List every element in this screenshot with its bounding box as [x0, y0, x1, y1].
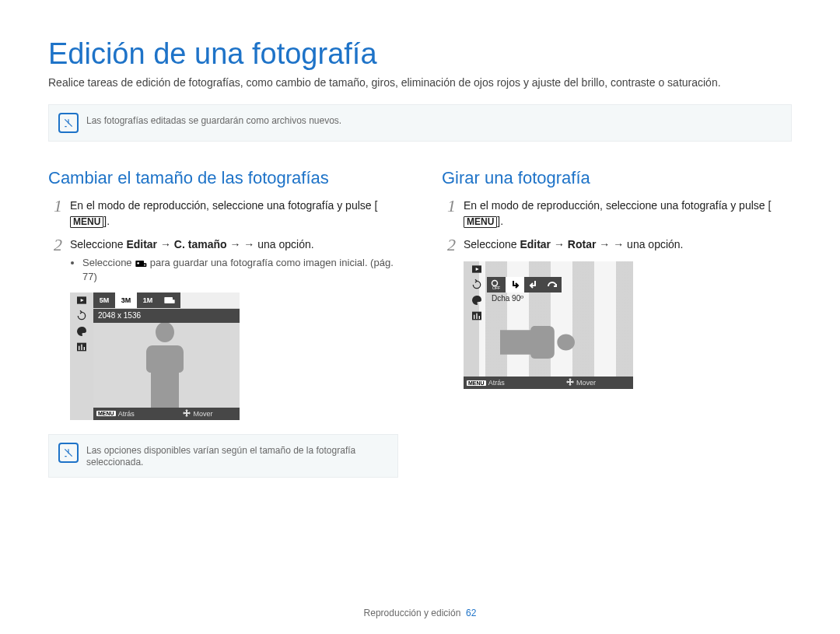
s2-ar2: →: [227, 238, 244, 250]
note-icon: [58, 113, 79, 133]
step-number: 2: [48, 236, 62, 254]
resize-step-2: 2 Seleccione Editar → C. tamaño → → una …: [48, 236, 398, 284]
startup-image-icon: [135, 256, 147, 270]
rs2-ar2: →: [596, 238, 613, 250]
s2-ar1: →: [157, 238, 174, 250]
tab-1m: 1M: [137, 292, 159, 308]
footer-menu-chip: MENU: [96, 411, 116, 416]
rotate-step-1: 1 En el modo de reproducción, seleccione…: [442, 198, 792, 229]
col-resize: Cambiar el tamaño de las fotografías 1 E…: [48, 168, 398, 478]
heading-rotate: Girar una fotografía: [442, 168, 792, 188]
svg-rect-10: [170, 299, 174, 303]
side-adjust-icon: [467, 308, 487, 324]
page-title: Edición de una fotografía: [48, 37, 792, 71]
s2-pre: Seleccione: [70, 238, 126, 250]
svg-rect-7: [81, 344, 82, 349]
note-bottom-text: Las opciones disponibles varían según el…: [86, 443, 374, 469]
s2-b2: C. tamaño: [174, 238, 227, 250]
side-play-icon: [70, 292, 93, 308]
step-number: 1: [442, 198, 456, 215]
svg-rect-6: [79, 345, 79, 349]
side-rotate-icon: [467, 277, 487, 292]
rs2-ar1: →: [551, 238, 568, 250]
resize-screen-footer: MENUAtrás Mover: [93, 408, 240, 420]
rotate-tabs: OFF: [487, 277, 562, 292]
tab-180-icon: [543, 277, 562, 292]
heading-resize: Cambiar el tamaño de las fotografías: [48, 168, 398, 188]
s2-post: → una opción.: [243, 238, 313, 250]
tab-left90-icon: [524, 277, 543, 292]
footer-back: Atrás: [488, 379, 505, 387]
side-play-icon: [467, 261, 487, 277]
step1-text-a: En el modo de reproducción, seleccione u…: [70, 199, 377, 212]
rs2-b1: Editar: [520, 238, 551, 250]
svg-rect-14: [476, 313, 477, 319]
footer-back: Atrás: [118, 410, 135, 418]
resize-step-1: 1 En el modo de reproducción, seleccione…: [48, 198, 398, 229]
tab-right90-icon: [506, 277, 524, 292]
side-palette-icon: [70, 324, 93, 339]
step-number: 2: [442, 236, 456, 254]
resize-tabs: 5M 3M 1M: [93, 292, 240, 308]
footer-move: Mover: [193, 410, 212, 418]
nav-cross-icon: [566, 378, 574, 387]
col-rotate: Girar una fotografía 1 En el modo de rep…: [442, 168, 792, 478]
side-palette-icon: [467, 292, 487, 308]
svg-rect-13: [474, 315, 474, 319]
tab-3m: 3M: [115, 292, 137, 308]
rs2-post: → una opción.: [613, 238, 683, 250]
footer-menu-chip: MENU: [467, 380, 486, 386]
s2-b1: Editar: [126, 238, 157, 250]
svg-rect-15: [479, 316, 480, 319]
note-top-text: Las fotografías editadas se guardarán co…: [86, 113, 341, 128]
rs2-b2: Rotar: [568, 238, 597, 250]
person-silhouette-rotated-icon: [500, 315, 575, 370]
resize-screen-body: [93, 323, 240, 408]
resize-value-label: 2048 x 1536: [93, 309, 240, 323]
rotate-step-2: 2 Seleccione Editar → Rotar → → una opci…: [442, 236, 792, 254]
step-number: 1: [48, 198, 62, 215]
menu-button-label: MENU: [464, 216, 497, 228]
svg-point-3: [144, 264, 145, 266]
rs2-pre: Seleccione: [464, 238, 520, 250]
svg-point-1: [138, 262, 140, 264]
r1-b: ].: [497, 215, 503, 227]
note-top: Las fotografías editadas se guardarán co…: [48, 104, 792, 142]
side-adjust-icon: [70, 339, 93, 355]
step1-text-b: ].: [103, 215, 110, 227]
svg-text:OFF: OFF: [492, 285, 500, 290]
nav-cross-icon: [183, 409, 191, 419]
footer-page-number: 62: [466, 608, 476, 618]
rotate-screen-footer: MENUAtrás Mover: [464, 377, 633, 389]
svg-rect-0: [136, 261, 145, 267]
person-silhouette-icon: [134, 323, 196, 408]
rotate-value-label: Dcha 90º: [487, 292, 633, 303]
note-bottom: Las opciones disponibles varían según el…: [48, 434, 398, 478]
footer-move: Mover: [576, 379, 596, 387]
tab-5m: 5M: [93, 292, 115, 308]
footer-section: Reproducción y edición: [364, 608, 461, 618]
svg-rect-8: [84, 347, 85, 350]
bullet-a: Seleccione: [82, 257, 135, 268]
r1-a: En el modo de reproducción, seleccione u…: [464, 199, 771, 212]
tab-off-icon: OFF: [487, 277, 506, 292]
side-rotate-icon: [70, 308, 93, 324]
rotate-screen: OFF Dcha 90º MENUAtrás Mover: [464, 261, 633, 389]
resize-screen: 5M 3M 1M 2048 x 1536 MENUAtrás Mover: [70, 292, 240, 420]
note-icon: [58, 443, 79, 463]
page-footer: Reproducción y edición 62: [0, 608, 840, 618]
resize-bullet: Seleccione para guardar una fotografía c…: [82, 256, 398, 285]
tab-startup-icon: [159, 292, 180, 308]
intro-text: Realice tareas de edición de fotografías…: [48, 75, 792, 90]
menu-button-label: MENU: [70, 216, 103, 228]
